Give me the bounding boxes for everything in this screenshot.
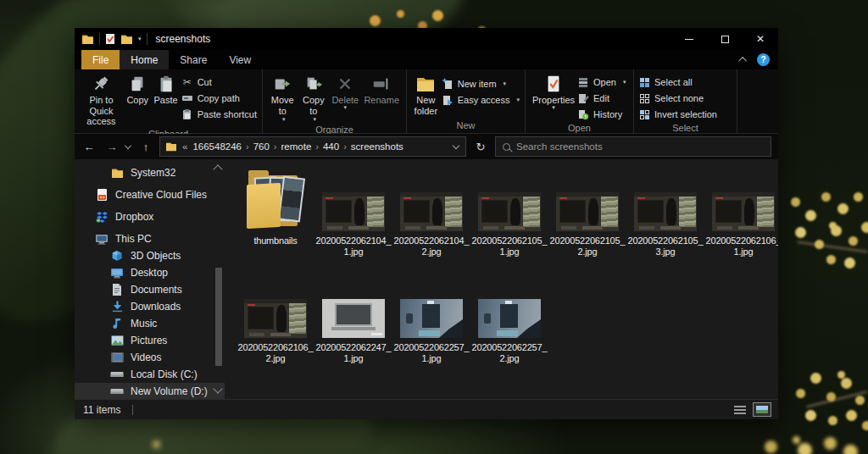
sidebar-item[interactable]: New Volume (D:)	[75, 383, 225, 399]
copy-to-button[interactable]: Copy to	[299, 74, 329, 124]
sidebar-item[interactable]: Local Disk (C:)	[75, 366, 225, 383]
sidebar-item[interactable]: Dropbox	[75, 208, 225, 225]
rename-button[interactable]: Rename	[362, 74, 401, 107]
edit-button[interactable]: Edit	[578, 91, 626, 106]
refresh-icon[interactable]: ↻	[470, 141, 491, 153]
collapse-ribbon-icon[interactable]	[738, 57, 747, 65]
paste-shortcut-button[interactable]: Paste shortcut	[181, 107, 257, 122]
sidebar-item-label: Dropbox	[115, 211, 153, 223]
file-item[interactable]: 20200522062104_1.jpg	[314, 164, 392, 257]
address-bar[interactable]: « 166548246 › 760 › remote › 440 › scree…	[159, 136, 466, 157]
breadcrumb-segment[interactable]: remote	[281, 141, 312, 152]
forward-button[interactable]: →	[103, 141, 121, 153]
sidebar-item[interactable]: Documents	[75, 281, 225, 298]
file-item[interactable]: 20200522062257_2.jpg	[470, 271, 548, 364]
ribbon-group-new: New folder New item Easy access New	[407, 69, 526, 133]
breadcrumb-segment[interactable]: 760	[253, 141, 270, 152]
berry-cluster	[793, 436, 800, 444]
paste-button[interactable]: Paste	[153, 74, 180, 107]
tab-view[interactable]: View	[218, 50, 262, 69]
copy-button[interactable]: Copy	[125, 74, 151, 107]
copy-path-button[interactable]: Copy path	[181, 91, 257, 106]
breadcrumb-segment[interactable]: 166548246	[192, 141, 242, 152]
sidebar-scrollbar[interactable]	[215, 268, 222, 366]
sidebar-item[interactable]: Desktop	[75, 264, 225, 281]
history-button[interactable]: History	[578, 107, 626, 122]
sidebar-item[interactable]: This PC	[75, 230, 225, 247]
close-icon: ✕	[756, 34, 765, 44]
select-none-button[interactable]: Select none	[639, 91, 717, 106]
breadcrumb-segment[interactable]: 440	[323, 141, 339, 152]
sidebar-item[interactable]: 3D Objects	[75, 247, 225, 264]
thumbnails-view-button[interactable]	[753, 402, 771, 417]
file-name: 20200522062104_2.jpg	[391, 235, 472, 257]
address-folder-icon	[165, 141, 177, 152]
close-button[interactable]: ✕	[743, 28, 778, 50]
file-item[interactable]: 20200522062106_1.jpg	[704, 164, 778, 257]
history-icon	[578, 109, 589, 120]
cut-button[interactable]: ✂Cut	[181, 75, 257, 90]
maximize-button[interactable]	[707, 28, 743, 50]
new-folder-quick-button[interactable]	[120, 34, 133, 45]
sidebar-item[interactable]: Downloads	[75, 298, 225, 315]
easy-access-button[interactable]: Easy access	[442, 92, 520, 108]
breadcrumb-separator-icon: ›	[274, 141, 277, 152]
sidebar-item[interactable]: Creative Cloud Files	[75, 186, 225, 203]
file-item[interactable]: 20200522062247_1.jpg	[314, 271, 392, 364]
group-label-select: Select	[634, 122, 737, 134]
file-thumbnail	[322, 192, 385, 231]
ribbon: Pin to Quick access Copy Paste ✂Cut	[75, 69, 778, 134]
sidebar-item[interactable]: Pictures	[75, 332, 225, 349]
address-dropdown-icon[interactable]	[453, 142, 459, 149]
help-icon[interactable]: ?	[757, 53, 770, 66]
search-input[interactable]	[516, 141, 764, 152]
properties-button[interactable]: Properties ▾	[531, 74, 576, 110]
minimize-button[interactable]	[671, 28, 707, 50]
back-button[interactable]: ←	[80, 141, 98, 153]
details-view-button[interactable]	[734, 405, 746, 415]
file-item[interactable]: 20200522062104_2.jpg	[392, 164, 470, 257]
file-item[interactable]: 20200522062257_1.jpg	[392, 271, 470, 364]
file-item[interactable]: thumbnails	[236, 164, 314, 257]
new-folder-button[interactable]: New folder	[412, 74, 440, 117]
up-button[interactable]: ↑	[136, 141, 155, 153]
file-name: 20200522062257_2.jpg	[469, 342, 550, 364]
select-all-button[interactable]: Select all	[639, 75, 717, 90]
file-item[interactable]: 20200522062105_1.jpg	[470, 164, 548, 257]
title-bar[interactable]: ▾ screenshots ✕	[75, 28, 778, 50]
file-item[interactable]: 20200522062105_2.jpg	[548, 164, 626, 257]
edit-icon	[578, 93, 589, 104]
berry-cluster	[397, 10, 404, 18]
search-box[interactable]	[495, 136, 771, 157]
sidebar-item[interactable]: Videos	[75, 349, 225, 366]
delete-button[interactable]: Delete ▾	[330, 74, 360, 110]
file-item[interactable]: 20200522062105_3.jpg	[626, 164, 704, 257]
sidebar-item-icon	[110, 334, 124, 347]
recent-locations-icon[interactable]	[125, 142, 131, 149]
move-to-button[interactable]: Move to	[268, 74, 298, 124]
breadcrumb-separator-icon: ›	[315, 141, 319, 152]
breadcrumb-segment[interactable]: screenshots	[351, 141, 403, 152]
divider	[132, 405, 133, 415]
breadcrumb-overflow[interactable]: «	[182, 141, 187, 152]
sidebar-item[interactable]: Music	[75, 315, 225, 332]
file-item[interactable]: 20200522062106_2.jpg	[236, 271, 314, 364]
app-folder-icon	[81, 34, 94, 45]
sidebar-item[interactable]: System32	[75, 164, 225, 181]
content-area: System32 Creative Cloud Files Dropbox Th…	[75, 159, 778, 399]
properties-quick-button[interactable]	[105, 33, 115, 45]
customize-toolbar-dropdown[interactable]: ▾	[138, 37, 142, 41]
tab-home[interactable]: Home	[120, 50, 169, 69]
file-name: 20200522062105_3.jpg	[625, 235, 706, 257]
sidebar-item-label: Documents	[131, 284, 182, 296]
file-name: 20200522062257_1.jpg	[391, 342, 472, 364]
open-button[interactable]: Open	[578, 75, 626, 90]
invert-selection-button[interactable]: Invert selection	[639, 107, 717, 122]
new-item-button[interactable]: New item	[442, 76, 520, 91]
tab-file[interactable]: File	[81, 50, 120, 69]
file-name: 20200522062106_1.jpg	[703, 235, 778, 257]
sidebar-item-label: Desktop	[131, 267, 168, 279]
file-name: 20200522062106_2.jpg	[235, 342, 316, 364]
tab-share[interactable]: Share	[169, 50, 218, 69]
pin-to-quick-access-button[interactable]: Pin to Quick access	[80, 74, 123, 128]
